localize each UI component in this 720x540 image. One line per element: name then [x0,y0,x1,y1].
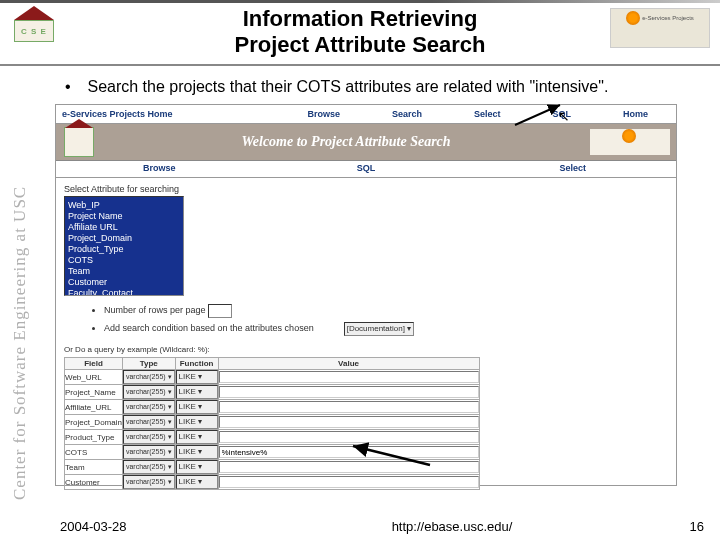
cell-func: LIKE ▾ [175,445,218,460]
option-bullets: Number of rows per page Add search condi… [64,304,668,336]
th-type: Type [122,358,175,370]
condition-dropdown[interactable]: [Documentation] ▾ [344,322,414,336]
th-function: Function [175,358,218,370]
logo-cse-text: C S E [21,27,47,36]
table-row: Project_Namevarchar(255) ▾LIKE ▾ [65,385,480,400]
value-input[interactable] [219,476,479,488]
listbox-option[interactable]: COTS [68,255,180,266]
cell-field: Web_URL [65,370,123,385]
th-field: Field [65,358,123,370]
cell-type: varchar(255) ▾ [122,385,175,400]
function-dropdown[interactable]: LIKE ▾ [176,430,218,444]
mini-eservices-logo [590,129,670,155]
type-dropdown[interactable]: varchar(255) ▾ [123,385,175,399]
subnav-select[interactable]: Select [469,161,676,177]
type-dropdown[interactable]: varchar(255) ▾ [123,475,175,489]
footer-url: http://ebase.usc.edu/ [260,519,644,534]
cell-func: LIKE ▾ [175,475,218,490]
table-row: Product_Typevarchar(255) ▾LIKE ▾ [65,430,480,445]
cell-func: LIKE ▾ [175,370,218,385]
content: • Search the projects that their COTS at… [55,72,710,510]
topnav-sql[interactable]: SQL [552,109,571,119]
add-label: Add search condition based on the attrib… [104,323,314,333]
listbox-option[interactable]: Web_IP [68,200,180,211]
cell-field: COTS [65,445,123,460]
cell-field: Team [65,460,123,475]
header: C S E Information Retrieving Project Att… [0,0,720,66]
cell-type: varchar(255) ▾ [122,415,175,430]
function-dropdown[interactable]: LIKE ▾ [176,460,218,474]
slide: C S E Information Retrieving Project Att… [0,0,720,540]
topnav-home[interactable]: e-Services Projects Home [56,109,242,119]
welcome-banner: Welcome to Project Attribute Search [56,124,676,161]
topnav-home-link[interactable]: Home [623,109,648,119]
welcome-title: Welcome to Project Attribute Search [102,134,590,150]
cell-field: Project_Domain [65,415,123,430]
rows-per-page-item: Number of rows per page [104,304,668,318]
mini-star-icon [622,129,636,143]
cell-type: varchar(255) ▾ [122,475,175,490]
type-dropdown[interactable]: varchar(255) ▾ [123,430,175,444]
cell-field: Project_Name [65,385,123,400]
cell-field: Affiliate_URL [65,400,123,415]
cell-value [218,460,479,475]
title-line-1: Information Retrieving [243,6,478,31]
topnav-select[interactable]: Select [474,109,501,119]
roof-icon [14,6,54,20]
type-dropdown[interactable]: varchar(255) ▾ [123,400,175,414]
type-dropdown[interactable]: varchar(255) ▾ [123,445,175,459]
cell-value [218,445,479,460]
topnav-search[interactable]: Search [392,109,422,119]
th-value: Value [218,358,479,370]
cell-value [218,385,479,400]
value-input[interactable] [219,461,479,473]
bullet-dot: • [65,78,83,96]
bullet-text: Search the projects that their COTS attr… [87,78,608,95]
listbox-option[interactable]: Team [68,266,180,277]
listbox-option[interactable]: Affiliate URL [68,222,180,233]
table-row: Customervarchar(255) ▾LIKE ▾ [65,475,480,490]
value-input[interactable] [219,431,479,443]
listbox-option[interactable]: Product_Type [68,244,180,255]
function-dropdown[interactable]: LIKE ▾ [176,370,218,384]
function-dropdown[interactable]: LIKE ▾ [176,415,218,429]
select-label: Select Attribute for searching [64,184,668,194]
subnav-sql[interactable]: SQL [263,161,470,177]
listbox-option[interactable]: Project Name [68,211,180,222]
subnav-browse[interactable]: Browse [56,161,263,177]
listbox-option[interactable]: Customer [68,277,180,288]
mini-roof-icon [65,119,93,128]
value-input[interactable] [219,386,479,398]
header-rule [0,0,720,3]
function-dropdown[interactable]: LIKE ▾ [176,445,218,459]
value-input[interactable] [219,371,479,383]
topnav-browse[interactable]: Browse [307,109,340,119]
value-input[interactable] [219,446,479,458]
cell-func: LIKE ▾ [175,415,218,430]
table-row: Web_URLvarchar(255) ▾LIKE ▾ [65,370,480,385]
cell-field: Customer [65,475,123,490]
function-dropdown[interactable]: LIKE ▾ [176,385,218,399]
cell-value [218,370,479,385]
mini-logo [64,127,94,157]
screenshot-body: Select Attribute for searching Web_IPPro… [56,178,676,496]
listbox-option[interactable]: Faculty_Contact [68,288,180,296]
footer: 2004-03-28 http://ebase.usc.edu/ 16 [0,519,720,534]
table-row: COTSvarchar(255) ▾LIKE ▾ [65,445,480,460]
function-dropdown[interactable]: LIKE ▾ [176,475,218,489]
screenshot-topnav: e-Services Projects Home Browse Search S… [56,105,676,124]
listbox-option[interactable]: Project_Domain [68,233,180,244]
type-dropdown[interactable]: varchar(255) ▾ [123,415,175,429]
bullet-1: • Search the projects that their COTS at… [65,78,710,96]
query-table: Field Type Function Value Web_URLvarchar… [64,357,480,490]
value-input[interactable] [219,401,479,413]
type-dropdown[interactable]: varchar(255) ▾ [123,460,175,474]
value-input[interactable] [219,416,479,428]
rows-per-page-input[interactable] [208,304,232,318]
cell-type: varchar(255) ▾ [122,460,175,475]
embedded-screenshot: e-Services Projects Home Browse Search S… [55,104,677,486]
cell-type: varchar(255) ▾ [122,370,175,385]
attribute-listbox[interactable]: Web_IPProject NameAffiliate URLProject_D… [64,196,184,296]
function-dropdown[interactable]: LIKE ▾ [176,400,218,414]
type-dropdown[interactable]: varchar(255) ▾ [123,370,175,384]
